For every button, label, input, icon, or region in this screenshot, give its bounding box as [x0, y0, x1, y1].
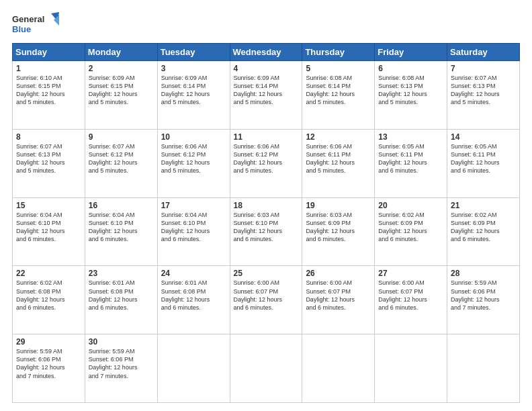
day-number: 24	[161, 269, 226, 278]
day-number: 12	[306, 132, 371, 142]
calendar-cell	[230, 334, 302, 403]
calendar-cell: 26Sunrise: 6:00 AM Sunset: 6:07 PM Dayli…	[302, 266, 375, 334]
day-number: 18	[234, 201, 299, 210]
day-info: Sunrise: 6:02 AM Sunset: 6:09 PM Dayligh…	[451, 211, 516, 244]
day-number: 23	[89, 269, 154, 278]
calendar-cell: 17Sunrise: 6:04 AM Sunset: 6:10 PM Dayli…	[157, 197, 230, 266]
calendar-cell: 9Sunrise: 6:07 AM Sunset: 6:12 PM Daylig…	[85, 129, 157, 197]
calendar-header-row: SundayMondayTuesdayWednesdayThursdayFrid…	[13, 44, 520, 61]
calendar-week-row: 15Sunrise: 6:04 AM Sunset: 6:10 PM Dayli…	[13, 197, 520, 266]
day-info: Sunrise: 6:04 AM Sunset: 6:10 PM Dayligh…	[16, 211, 81, 244]
calendar-cell: 12Sunrise: 6:06 AM Sunset: 6:11 PM Dayli…	[302, 129, 375, 197]
day-info: Sunrise: 6:09 AM Sunset: 6:14 PM Dayligh…	[234, 74, 299, 107]
day-info: Sunrise: 6:09 AM Sunset: 6:15 PM Dayligh…	[89, 74, 154, 107]
day-info: Sunrise: 6:05 AM Sunset: 6:11 PM Dayligh…	[378, 142, 443, 175]
day-info: Sunrise: 6:06 AM Sunset: 6:11 PM Dayligh…	[306, 142, 371, 175]
day-info: Sunrise: 6:07 AM Sunset: 6:13 PM Dayligh…	[451, 74, 516, 107]
day-number: 21	[451, 201, 516, 210]
day-number: 5	[306, 64, 371, 73]
calendar-cell: 22Sunrise: 6:02 AM Sunset: 6:08 PM Dayli…	[13, 266, 85, 334]
calendar-cell: 6Sunrise: 6:08 AM Sunset: 6:13 PM Daylig…	[375, 61, 447, 130]
day-info: Sunrise: 6:05 AM Sunset: 6:11 PM Dayligh…	[451, 142, 516, 175]
svg-text:General: General	[12, 14, 44, 24]
day-info: Sunrise: 6:01 AM Sunset: 6:08 PM Dayligh…	[161, 279, 226, 312]
day-info: Sunrise: 6:00 AM Sunset: 6:07 PM Dayligh…	[234, 279, 299, 312]
day-number: 29	[16, 337, 81, 347]
calendar-cell: 18Sunrise: 6:03 AM Sunset: 6:10 PM Dayli…	[230, 197, 302, 266]
day-info: Sunrise: 6:09 AM Sunset: 6:14 PM Dayligh…	[161, 74, 226, 107]
calendar-cell: 3Sunrise: 6:09 AM Sunset: 6:14 PM Daylig…	[157, 61, 230, 130]
calendar-cell: 11Sunrise: 6:06 AM Sunset: 6:12 PM Dayli…	[230, 129, 302, 197]
calendar-week-row: 1Sunrise: 6:10 AM Sunset: 6:15 PM Daylig…	[13, 61, 520, 130]
calendar-cell: 15Sunrise: 6:04 AM Sunset: 6:10 PM Dayli…	[13, 197, 85, 266]
day-number: 20	[378, 201, 443, 210]
day-info: Sunrise: 6:00 AM Sunset: 6:07 PM Dayligh…	[378, 279, 443, 312]
calendar-week-row: 29Sunrise: 5:59 AM Sunset: 6:06 PM Dayli…	[13, 334, 520, 403]
calendar-cell: 23Sunrise: 6:01 AM Sunset: 6:08 PM Dayli…	[85, 266, 157, 334]
calendar-cell: 14Sunrise: 6:05 AM Sunset: 6:11 PM Dayli…	[447, 129, 520, 197]
calendar-cell: 8Sunrise: 6:07 AM Sunset: 6:13 PM Daylig…	[13, 129, 85, 197]
day-info: Sunrise: 6:04 AM Sunset: 6:10 PM Dayligh…	[161, 211, 226, 244]
calendar-cell: 28Sunrise: 5:59 AM Sunset: 6:06 PM Dayli…	[447, 266, 520, 334]
day-number: 1	[16, 64, 81, 73]
day-info: Sunrise: 5:59 AM Sunset: 6:06 PM Dayligh…	[16, 347, 81, 380]
calendar-cell: 2Sunrise: 6:09 AM Sunset: 6:15 PM Daylig…	[85, 61, 157, 130]
calendar-day-header: Saturday	[447, 44, 520, 61]
day-info: Sunrise: 6:08 AM Sunset: 6:14 PM Dayligh…	[306, 74, 371, 107]
calendar-cell: 10Sunrise: 6:06 AM Sunset: 6:12 PM Dayli…	[157, 129, 230, 197]
calendar-cell: 19Sunrise: 6:03 AM Sunset: 6:09 PM Dayli…	[302, 197, 375, 266]
calendar-day-header: Friday	[375, 44, 447, 61]
day-number: 2	[89, 64, 154, 73]
calendar-cell	[447, 334, 520, 403]
day-number: 15	[16, 201, 81, 210]
day-number: 26	[306, 269, 371, 278]
day-info: Sunrise: 6:00 AM Sunset: 6:07 PM Dayligh…	[306, 279, 371, 312]
calendar-cell	[375, 334, 447, 403]
calendar-day-header: Sunday	[13, 44, 85, 61]
calendar-cell: 7Sunrise: 6:07 AM Sunset: 6:13 PM Daylig…	[447, 61, 520, 130]
day-info: Sunrise: 6:06 AM Sunset: 6:12 PM Dayligh…	[234, 142, 299, 175]
calendar-cell: 29Sunrise: 5:59 AM Sunset: 6:06 PM Dayli…	[13, 334, 85, 403]
calendar-cell: 13Sunrise: 6:05 AM Sunset: 6:11 PM Dayli…	[375, 129, 447, 197]
day-info: Sunrise: 6:02 AM Sunset: 6:09 PM Dayligh…	[378, 211, 443, 244]
day-number: 25	[234, 269, 299, 278]
day-info: Sunrise: 6:04 AM Sunset: 6:10 PM Dayligh…	[89, 211, 154, 244]
calendar-cell	[157, 334, 230, 403]
day-info: Sunrise: 6:03 AM Sunset: 6:10 PM Dayligh…	[234, 211, 299, 244]
day-number: 7	[451, 64, 516, 73]
calendar-cell: 1Sunrise: 6:10 AM Sunset: 6:15 PM Daylig…	[13, 61, 85, 130]
day-number: 4	[234, 64, 299, 73]
day-info: Sunrise: 6:06 AM Sunset: 6:12 PM Dayligh…	[161, 142, 226, 175]
calendar-day-header: Wednesday	[230, 44, 302, 61]
calendar-week-row: 8Sunrise: 6:07 AM Sunset: 6:13 PM Daylig…	[13, 129, 520, 197]
calendar-cell: 30Sunrise: 5:59 AM Sunset: 6:06 PM Dayli…	[85, 334, 157, 403]
calendar-cell: 24Sunrise: 6:01 AM Sunset: 6:08 PM Dayli…	[157, 266, 230, 334]
calendar-cell: 4Sunrise: 6:09 AM Sunset: 6:14 PM Daylig…	[230, 61, 302, 130]
day-number: 3	[161, 64, 226, 73]
page: General Blue SundayMondayTuesdayWednesda…	[0, 0, 532, 411]
calendar-day-header: Tuesday	[157, 44, 230, 61]
day-number: 27	[378, 269, 443, 278]
day-number: 8	[16, 132, 81, 142]
day-number: 11	[234, 132, 299, 142]
day-info: Sunrise: 6:07 AM Sunset: 6:12 PM Dayligh…	[89, 142, 154, 175]
day-info: Sunrise: 5:59 AM Sunset: 6:06 PM Dayligh…	[451, 279, 516, 312]
calendar-table: SundayMondayTuesdayWednesdayThursdayFrid…	[12, 43, 520, 403]
day-info: Sunrise: 6:02 AM Sunset: 6:08 PM Dayligh…	[16, 279, 81, 312]
day-info: Sunrise: 6:08 AM Sunset: 6:13 PM Dayligh…	[378, 74, 443, 107]
calendar-cell: 21Sunrise: 6:02 AM Sunset: 6:09 PM Dayli…	[447, 197, 520, 266]
day-info: Sunrise: 6:10 AM Sunset: 6:15 PM Dayligh…	[16, 74, 81, 107]
day-info: Sunrise: 6:01 AM Sunset: 6:08 PM Dayligh…	[89, 279, 154, 312]
logo: General Blue	[12, 12, 59, 36]
header: General Blue	[12, 12, 520, 36]
general-blue-logo-icon: General Blue	[12, 12, 59, 36]
day-number: 17	[161, 201, 226, 210]
day-info: Sunrise: 6:03 AM Sunset: 6:09 PM Dayligh…	[306, 211, 371, 244]
day-number: 30	[89, 337, 154, 347]
day-number: 9	[89, 132, 154, 142]
calendar-day-header: Thursday	[302, 44, 375, 61]
calendar-week-row: 22Sunrise: 6:02 AM Sunset: 6:08 PM Dayli…	[13, 266, 520, 334]
day-number: 16	[89, 201, 154, 210]
calendar-cell: 16Sunrise: 6:04 AM Sunset: 6:10 PM Dayli…	[85, 197, 157, 266]
svg-text:Blue: Blue	[12, 24, 31, 34]
